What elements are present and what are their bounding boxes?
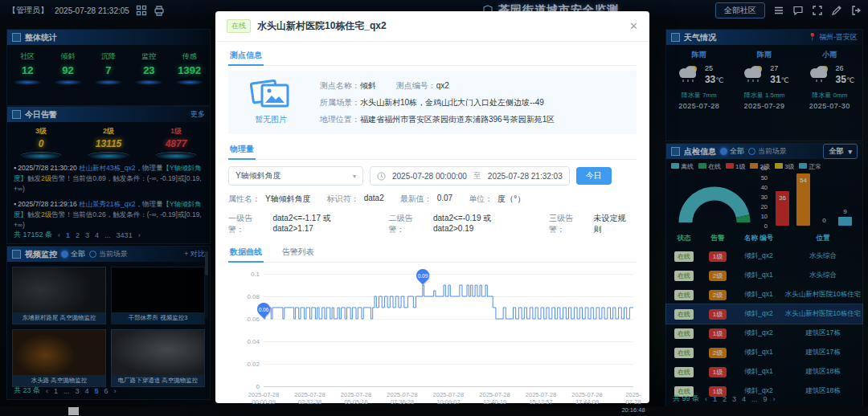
- x-tick-label: 2025-07-2812:40:19: [479, 391, 510, 406]
- date-separator: 至: [473, 170, 481, 181]
- attribute-row: 属性名：Y轴倾斜角度 标识符：data2 最新值：0.07 单位：度（°）: [228, 194, 637, 205]
- y-tick-label: 0.1: [251, 271, 264, 278]
- x-tick-label: 2025-07-2802:32:38: [294, 391, 325, 406]
- x-tick-label: 2025-07-2810:09:07: [433, 391, 464, 406]
- status-badge: 在线: [227, 19, 251, 33]
- line-series: [264, 274, 633, 386]
- alarm-rules-row: 一级告警：data2<=-1.17 或 data2>1.17 二级告警：data…: [228, 213, 637, 235]
- date-range-picker[interactable]: 2025-07-28 00:00:00 至 2025-07-28 21:32:0…: [370, 166, 570, 186]
- y-tick-label: 0.08: [247, 293, 264, 300]
- clock-icon: [377, 172, 386, 181]
- data-marker: 0.09: [413, 267, 432, 285]
- field-label: 所属场景：: [320, 98, 360, 107]
- x-tick-label: 2025-07-2807:36:28: [387, 391, 417, 406]
- geo-value: 福建省福州市晋安区茶园街道东浦路396号茶园新苑1区: [360, 115, 555, 124]
- point-name-value: 倾斜: [360, 81, 376, 90]
- scene-value: 水头山新村10栋，金鸡山北大门入口处左侧边坡--49: [360, 98, 544, 107]
- photo-icon: [249, 77, 293, 111]
- chevron-down-icon: ▾: [353, 173, 356, 180]
- tab-data-curve[interactable]: 数据曲线: [228, 243, 264, 263]
- gridline: [264, 386, 633, 387]
- x-tick-label: 2025-07-2800:00:09: [248, 391, 279, 406]
- no-image-placeholder: 暂无图片: [236, 77, 305, 128]
- point-code-value: qx2: [436, 81, 449, 90]
- date-to: 2025-07-28 21:32:03: [488, 172, 563, 181]
- y-tick-label: 0.04: [247, 338, 264, 345]
- field-label: 测点编号：: [396, 81, 436, 90]
- tab-alarm-list[interactable]: 告警列表: [280, 243, 316, 263]
- x-tick-label: 2025-07-2815:12:57: [526, 391, 556, 406]
- dashboard-root: 【管理员】 2025-07-28 21:32:05 茶园街道城市安全监测 全部社…: [0, 0, 868, 416]
- y-tick-label: 0.02: [247, 361, 264, 368]
- data-curve-chart: 00.020.040.060.080.12025-07-2800:00:0920…: [228, 266, 637, 407]
- data-marker: 0.06: [255, 300, 273, 319]
- close-icon[interactable]: ✕: [629, 21, 638, 31]
- modal-title: 水头山新村医院10栋住宅_qx2: [257, 19, 387, 33]
- x-tick-label: 2025-07-2805:05:16: [341, 391, 371, 406]
- no-image-label: 暂无图片: [236, 114, 305, 125]
- x-tick-label: 2025-07-2820:16:48: [621, 391, 645, 414]
- y-tick-label: 0: [256, 383, 264, 390]
- field-label: 测点名称：: [320, 81, 360, 90]
- metric-select[interactable]: Y轴倾斜角度▾: [228, 166, 363, 186]
- field-label: 地理位置：: [320, 115, 360, 124]
- date-from: 2025-07-28 00:00:00: [392, 172, 467, 181]
- point-info-block: 暂无图片 测点名称：倾斜 测点编号：qx2 所属场景：水头山新村10栋，金鸡山北…: [228, 71, 637, 134]
- point-detail-modal: 在线 水头山新村医院10栋住宅_qx2 ✕ 测点信息 暂无图片 测点名称：倾斜: [215, 11, 649, 403]
- tab-point-info[interactable]: 测点信息: [228, 47, 264, 66]
- tab-physical-quantity[interactable]: 物理量: [228, 141, 256, 160]
- x-tick-label: 2025-07-2817:44:09: [571, 391, 602, 406]
- today-button[interactable]: 今日: [576, 167, 612, 185]
- plot-area: 00.020.040.060.080.12025-07-2800:00:0920…: [264, 274, 633, 386]
